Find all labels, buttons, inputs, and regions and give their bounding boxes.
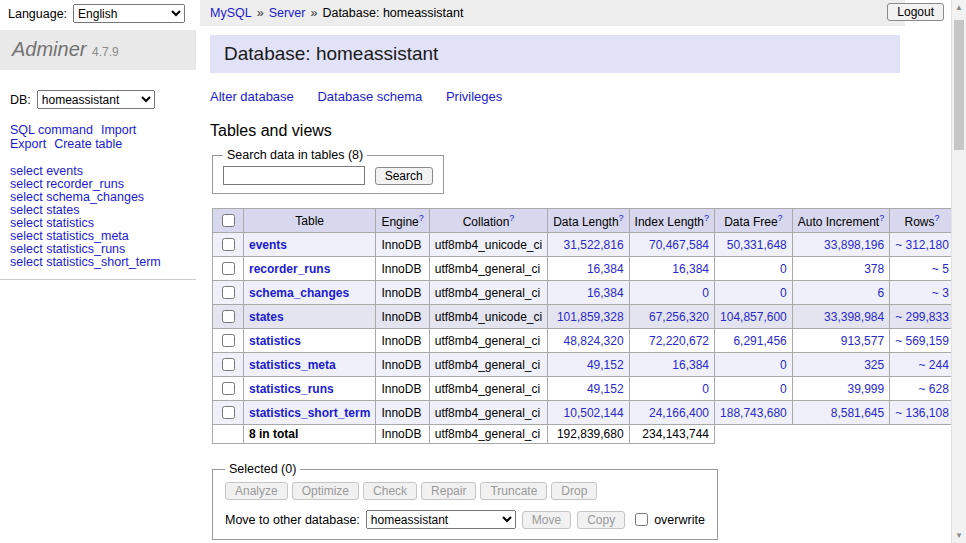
- sidebar: Adminer 4.7.9 DB: homeassistant SQL comm…: [0, 26, 196, 543]
- row-checkbox[interactable]: [222, 262, 235, 275]
- table-link[interactable]: recorder_runs: [249, 262, 330, 276]
- sidebar-link-sql-command[interactable]: SQL command: [10, 123, 93, 137]
- sidebar-select-statistics-meta[interactable]: select statistics_meta: [10, 229, 129, 243]
- copy-button[interactable]: Copy: [577, 511, 625, 529]
- scroll-up-icon[interactable]: ▲: [952, 0, 966, 15]
- help-icon[interactable]: ?: [879, 213, 884, 223]
- sidebar-select-schema-changes[interactable]: select schema_changes: [10, 190, 144, 204]
- vertical-scrollbar[interactable]: ▲ ▼: [951, 0, 966, 543]
- row-checkbox[interactable]: [222, 310, 235, 323]
- select-all-checkbox[interactable]: [222, 214, 235, 227]
- sidebar-select-statistics-runs[interactable]: select statistics_runs: [10, 242, 125, 256]
- row-checkbox[interactable]: [222, 238, 235, 251]
- sidebar-link-import[interactable]: Import: [101, 123, 136, 137]
- db-select[interactable]: homeassistant: [37, 90, 155, 109]
- table-link[interactable]: states: [249, 310, 284, 324]
- breadcrumb-link-server[interactable]: Server: [269, 6, 306, 20]
- table-total-row: 8 in total InnoDB utf8mb4_general_ci 192…: [213, 425, 966, 444]
- column-header-rows: Rows?: [890, 209, 955, 233]
- sidebar-actions: SQL commandImport ExportCreate table: [10, 123, 196, 151]
- help-icon[interactable]: ?: [704, 213, 709, 223]
- truncate-button[interactable]: Truncate: [480, 482, 547, 500]
- search-input[interactable]: [223, 166, 365, 185]
- move-label: Move to other database:: [225, 513, 360, 527]
- move-database-select[interactable]: homeassistant: [366, 510, 516, 529]
- language-control: Language: English: [8, 4, 185, 23]
- list-item: select statistics_short_term: [10, 256, 196, 269]
- breadcrumb-separator: »: [257, 6, 264, 20]
- help-icon[interactable]: ?: [778, 213, 783, 223]
- db-selector: DB: homeassistant: [10, 90, 196, 109]
- row-checkbox[interactable]: [222, 406, 235, 419]
- optimize-button[interactable]: Optimize: [292, 482, 359, 500]
- breadcrumb-link-mysql[interactable]: MySQL: [210, 6, 252, 20]
- table-row: states InnoDB utf8mb4_unicode_ci 101,859…: [213, 305, 966, 329]
- table-row: statistics_runs InnoDB utf8mb4_general_c…: [213, 377, 966, 401]
- table-link[interactable]: schema_changes: [249, 286, 349, 300]
- analyze-button[interactable]: Analyze: [225, 482, 288, 500]
- search-legend: Search data in tables (8): [223, 148, 367, 162]
- table-link[interactable]: statistics_meta: [249, 358, 336, 372]
- database-nav-links: Alter database Database schema Privilege…: [210, 89, 906, 104]
- sidebar-select-statistics[interactable]: select statistics: [10, 216, 94, 230]
- row-checkbox[interactable]: [222, 382, 235, 395]
- column-header-engine: Engine?: [376, 209, 429, 233]
- column-header-auto-increment: Auto Increment?: [792, 209, 889, 233]
- move-controls: Move to other database: homeassistant Mo…: [225, 510, 705, 529]
- check-button[interactable]: Check: [363, 482, 417, 500]
- table-link[interactable]: events: [249, 238, 287, 252]
- repair-button[interactable]: Repair: [421, 482, 476, 500]
- breadcrumb-separator: »: [310, 6, 317, 20]
- breadcrumb-current: Database: homeassistant: [322, 6, 463, 20]
- sidebar-select-events[interactable]: select events: [10, 164, 83, 178]
- search-fieldset: Search data in tables (8) Search: [212, 148, 444, 194]
- sidebar-divider: [0, 279, 196, 280]
- move-button[interactable]: Move: [522, 511, 571, 529]
- table-row: schema_changes InnoDB utf8mb4_general_ci…: [213, 281, 966, 305]
- search-button[interactable]: Search: [375, 167, 433, 185]
- drop-button[interactable]: Drop: [551, 482, 597, 500]
- sidebar-select-states[interactable]: select states: [10, 203, 79, 217]
- scroll-down-icon[interactable]: ▼: [952, 528, 966, 543]
- selected-legend: Selected (0): [225, 462, 300, 476]
- overwrite-label: overwrite: [654, 513, 705, 527]
- help-icon[interactable]: ?: [419, 213, 424, 223]
- logout-button[interactable]: Logout: [887, 3, 944, 21]
- help-icon[interactable]: ?: [935, 213, 940, 223]
- help-icon[interactable]: ?: [619, 213, 624, 223]
- app-version: 4.7.9: [92, 45, 119, 59]
- sidebar-select-statistics-short-term[interactable]: select statistics_short_term: [10, 255, 161, 269]
- table-row: statistics_meta InnoDB utf8mb4_general_c…: [213, 353, 966, 377]
- alter-database-link[interactable]: Alter database: [210, 89, 294, 104]
- help-icon[interactable]: ?: [509, 213, 514, 223]
- overwrite-control: overwrite: [631, 510, 705, 529]
- column-header-data-free: Data Free?: [715, 209, 793, 233]
- sidebar-select-recorder-runs[interactable]: select recorder_runs: [10, 177, 124, 191]
- row-checkbox[interactable]: [222, 334, 235, 347]
- database-schema-link[interactable]: Database schema: [317, 89, 422, 104]
- table-link[interactable]: statistics_runs: [249, 382, 334, 396]
- table-header-row: Table Engine? Collation? Data Length? In…: [213, 209, 966, 233]
- row-checkbox[interactable]: [222, 358, 235, 371]
- db-label: DB:: [10, 93, 31, 107]
- privileges-link[interactable]: Privileges: [446, 89, 502, 104]
- sidebar-link-export[interactable]: Export: [10, 137, 46, 151]
- table-link[interactable]: statistics: [249, 334, 301, 348]
- language-select[interactable]: English: [73, 4, 185, 23]
- row-checkbox[interactable]: [222, 286, 235, 299]
- table-row: events InnoDB utf8mb4_unicode_ci 31,522,…: [213, 233, 966, 257]
- table-row: statistics_short_term InnoDB utf8mb4_gen…: [213, 401, 966, 425]
- tables-overview-table: Table Engine? Collation? Data Length? In…: [212, 208, 966, 444]
- column-header-table: Table: [244, 209, 376, 233]
- topbar: Language: English MySQL » Server » Datab…: [0, 0, 966, 26]
- table-row: recorder_runs InnoDB utf8mb4_general_ci …: [213, 257, 966, 281]
- sidebar-link-create-table[interactable]: Create table: [54, 137, 122, 151]
- overwrite-checkbox[interactable]: [635, 513, 648, 526]
- sidebar-table-list: select events select recorder_runs selec…: [10, 165, 196, 279]
- page-title: Database: homeassistant: [210, 35, 900, 73]
- column-header-data-length: Data Length?: [548, 209, 629, 233]
- tables-section-title: Tables and views: [210, 122, 906, 140]
- scrollbar-thumb[interactable]: [954, 20, 964, 150]
- table-link[interactable]: statistics_short_term: [249, 406, 370, 420]
- column-header-collation: Collation?: [429, 209, 547, 233]
